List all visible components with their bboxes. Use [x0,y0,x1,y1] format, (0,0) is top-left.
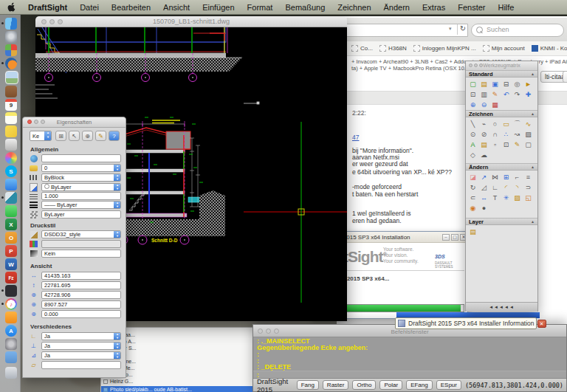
menu-bemassung[interactable]: Bemaßung [285,3,325,12]
stepper-icon[interactable]: ▲▼ [114,351,121,360]
menu-format[interactable]: Format [247,3,273,12]
quote-button[interactable]: C... [563,71,567,83]
menu-fenster[interactable]: Fenster [458,3,485,12]
save-icon[interactable]: ▣ [489,79,501,89]
extend-icon[interactable]: ⊃ [523,182,534,192]
gradient-icon[interactable]: ✎ [512,140,523,149]
menu-extras[interactable]: Extras [422,3,445,12]
display-order-icon[interactable]: ◱ [523,193,534,202]
bookmark-item[interactable]: Co... [351,45,373,52]
dock-filezilla[interactable]: Fz [5,272,17,283]
block-icon[interactable]: ⊡ [501,140,512,149]
trim-icon[interactable]: ∟ [489,182,501,192]
misc-combo-1[interactable]: Ja▲▼ [41,332,121,340]
text-icon[interactable]: A [467,140,478,149]
urlbar-dropdown-icon[interactable]: ▾ [449,26,452,32]
misc-combo-3[interactable]: Ja▲▼ [41,351,121,360]
zoom-out-icon[interactable]: ⊖ [478,100,489,109]
dock-messages[interactable] [5,179,17,190]
image-icon[interactable]: ▤ [478,140,489,149]
stepper-icon[interactable]: ▲▼ [114,332,121,340]
color-field[interactable] [41,154,121,162]
section-standard[interactable]: Standard▲ [466,70,537,78]
erase-icon[interactable]: ◪ [467,172,478,182]
paste-icon[interactable]: ▥ [478,89,489,99]
select-add-icon[interactable]: ⊕ [82,131,93,141]
copy-icon[interactable]: ⊡ [467,89,478,99]
dock-skype[interactable]: S [5,165,17,177]
dock-draftsight[interactable] [5,192,17,204]
stepper-icon[interactable]: ▲▼ [114,230,121,238]
dock-system-preferences[interactable] [5,338,17,350]
help-icon[interactable]: ? [109,131,120,141]
stepper-icon[interactable]: ▲▼ [114,342,121,350]
freehand-icon[interactable]: ↝ [512,129,523,139]
line-icon[interactable]: ╲ [467,119,478,128]
cad-titlebar[interactable]: 150709_LB1-schnitt1.dwg [35,16,347,27]
collapse-icon[interactable]: ▲ [531,165,535,169]
new-file-icon[interactable]: ▢ [467,79,478,89]
copy-entity-icon[interactable]: ⊞ [501,172,512,182]
etrack-toggle[interactable]: ESpur [436,380,461,390]
stretch-icon[interactable]: ⊂ [467,193,478,202]
ellipse-icon[interactable]: ⊙ [467,129,478,139]
plot-icon[interactable]: ► [523,79,534,89]
menu-ansicht[interactable]: Ansicht [163,3,190,12]
dock-preview[interactable] [5,71,18,84]
menu-hilfe[interactable]: Hilfe [498,3,514,12]
dock-app-store[interactable]: A [5,325,17,337]
chamfer-icon[interactable]: ◝ [512,182,523,192]
menu-draftsight[interactable]: DraftSight [28,3,67,12]
dock-downloads-folder[interactable] [5,351,17,363]
boundary-icon[interactable]: ▢ [523,140,534,149]
hatch-icon[interactable]: ▨ [523,129,534,139]
stepper-icon[interactable]: ▲▼ [44,131,52,141]
dock-stickies[interactable] [5,125,17,137]
snap-toggle[interactable]: Fang [297,380,319,390]
format-painter-icon[interactable]: ✎ [489,89,501,99]
offset-icon[interactable]: ⌐ [512,172,523,182]
edit-hatch-icon[interactable]: ▨ [512,193,523,202]
point-icon[interactable]: ∴ [501,129,512,139]
entity-selector[interactable]: Ke ▲▼ [30,131,52,141]
list-item[interactable]: Heinz G... [103,379,133,384]
selected-list-item[interactable]: Photo sied/plakb... oude AB-batist... [101,386,255,392]
collapse-icon[interactable]: ▲ [531,111,535,116]
ellipse-arc-icon[interactable]: ⊘ [478,129,489,139]
stepper-icon[interactable]: ▲▼ [114,201,121,209]
palette-resize-handle[interactable]: ◄◄◄◄◄ [466,302,537,312]
misc-field-4[interactable] [41,361,121,369]
dock-powerpoint[interactable]: O [5,232,17,244]
dock-photos[interactable] [5,152,17,164]
zoom-in-icon[interactable]: ⊕ [467,100,478,109]
rectangle-icon[interactable]: ▭ [501,119,512,128]
revision-cloud-icon[interactable]: ☁ [478,150,489,159]
menu-bearbeiten[interactable]: Bearbeiten [111,3,151,12]
layer-combo[interactable]: 0▲▼ [41,164,121,172]
undo-icon[interactable]: ↶ [501,89,512,99]
dock-itunes[interactable]: ♪ [5,298,17,310]
polar-toggle[interactable]: Polar [379,380,402,390]
print-preview-icon[interactable]: ◎ [512,79,523,89]
collapse-icon[interactable]: ▲ [531,72,535,76]
dock-finder[interactable] [5,18,17,30]
layer-preview-icon[interactable]: ▦ [489,100,501,109]
pattern-icon[interactable]: ≡ [523,172,534,182]
menu-einfuegen[interactable]: Einfügen [202,3,234,12]
esnap-toggle[interactable]: EFang [406,380,433,390]
polyline-icon[interactable]: ⌁ [478,119,489,128]
misc-combo-2[interactable]: Ja▲▼ [41,342,121,350]
dock-contacts[interactable] [5,86,17,97]
spline-icon[interactable]: ∿ [523,119,534,128]
layer-manager-icon[interactable]: ▤ [467,227,478,236]
grid-toggle[interactable]: Raster [323,380,349,390]
ortho-toggle[interactable]: Ortho [352,380,376,390]
redo-icon[interactable]: ↷ [512,89,523,99]
quick-select-icon[interactable]: ✎ [95,131,106,141]
rotate-icon[interactable]: ↻ [467,182,478,192]
lineweight-combo[interactable]: ——ByLayer▲▼ [41,201,121,209]
menu-datei[interactable]: Datei [80,3,99,12]
grid-select-icon[interactable]: ⊞ [55,131,66,141]
section-zeichnen[interactable]: Zeichnen▲ [466,110,537,117]
dock-excel[interactable]: X [5,219,17,230]
